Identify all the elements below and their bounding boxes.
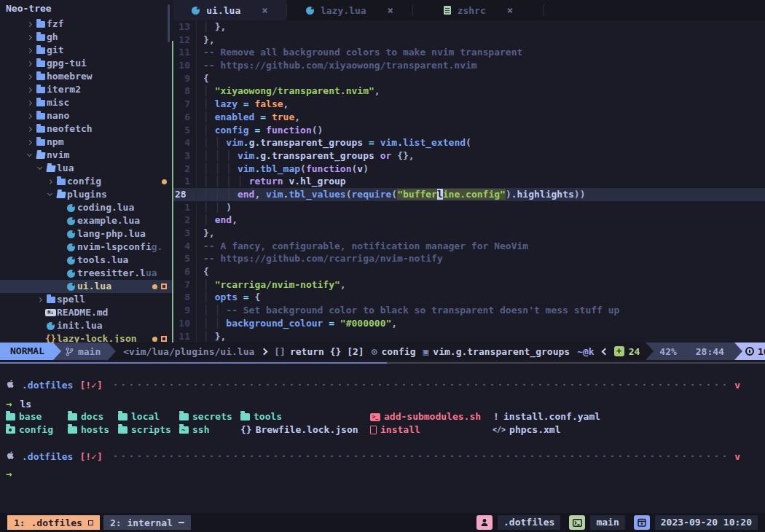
code-line[interactable]: 11│ }, [173, 330, 765, 343]
file-icon [370, 426, 377, 434]
neotree-scrollbar-thumb[interactable] [168, 4, 170, 42]
chevron-right-icon[interactable] [24, 49, 34, 52]
tree-item-neofetch[interactable]: neofetch [0, 122, 173, 136]
tab-close-icon[interactable]: × [262, 4, 267, 16]
tree-item-spell[interactable]: spell [0, 293, 173, 306]
tree-item-init-lua[interactable]: init.lua [0, 319, 173, 332]
code-line[interactable]: 9{ [173, 72, 765, 85]
tree-item-npm[interactable]: npm [0, 136, 173, 149]
chevron-right-icon[interactable] [24, 88, 34, 92]
code-line[interactable]: 13│ }, [173, 20, 765, 34]
code-text: │ end, [203, 214, 238, 227]
code-line[interactable]: 6│ enabled = true, [173, 111, 765, 124]
code-line[interactable]: 2│ end, [173, 214, 765, 227]
tree-item-misc[interactable]: misc [0, 96, 173, 109]
code-line[interactable]: 3│ │ │ vim.g.transparent_groups or {}, [173, 149, 765, 163]
folder-icon [55, 179, 67, 185]
tmux-status-label: main [590, 515, 624, 530]
code-line[interactable]: 10-- https://github.com/xiyaowong/transp… [173, 59, 765, 72]
line-number: 10 [173, 317, 197, 330]
chevron-right-icon[interactable] [34, 298, 44, 302]
tree-item-gh[interactable]: gh [0, 31, 173, 44]
tree-item-ui-lua[interactable]: ui.lua [0, 280, 173, 293]
shell-prompt: .dotfiles[!✓]v [6, 450, 740, 463]
chevron-right-icon[interactable] [24, 128, 34, 131]
code-line[interactable]: 3}, [173, 227, 765, 240]
code-line[interactable]: 4-- A fancy, configurable, notification … [173, 240, 765, 253]
tree-item-nano[interactable]: nano [0, 109, 173, 122]
code-line[interactable]: 7│ lazy = false, [173, 98, 765, 111]
tmux-window-2-internal[interactable]: 2: internal [103, 515, 191, 530]
tree-item-iterm2[interactable]: iterm2 [0, 83, 173, 96]
code-line[interactable]: 28│ │ │ end, vim.tbl_values(require("buf… [173, 188, 765, 201]
code-line[interactable]: 1│ │ │ │ return v.hl_group [173, 175, 765, 188]
tab-close-icon[interactable]: × [507, 4, 513, 16]
code-line[interactable]: 1│ │ ) [173, 201, 765, 214]
prompt-directory: .dotfiles [22, 451, 73, 462]
apple-icon [6, 378, 15, 391]
code-line[interactable]: 2│ │ │ vim.tbl_map(function(v) [173, 163, 765, 176]
tree-item-homebrew[interactable]: homebrew [0, 70, 173, 83]
chevron-right-icon[interactable] [24, 23, 34, 26]
tree-item-lazy-lock-json[interactable]: lazy-lock.json [0, 332, 173, 343]
chevron-right-icon[interactable] [24, 75, 34, 79]
code-line[interactable]: 5-- https://github.com/rcarriga/nvim-not… [173, 252, 765, 265]
ls-entry-label: scripts [131, 423, 171, 437]
code-line[interactable]: 8│ opts = { [173, 291, 765, 304]
tree-item-tools-lua[interactable]: tools.lua [0, 254, 173, 267]
code-editor-area[interactable]: 13│ },12},11-- Remove all background col… [173, 20, 765, 343]
chevron-right-icon[interactable] [44, 180, 55, 184]
code-line[interactable]: 8│ "xiyaowong/transparent.nvim", [173, 85, 765, 98]
chevron-right-icon[interactable] [24, 114, 34, 118]
tmux-window-1-dotfiles[interactable]: 1: .dotfiles [7, 515, 100, 530]
code-line[interactable]: 10│ │ background_colour = "#000000", [173, 317, 765, 330]
window-separator[interactable] [172, 41, 173, 343]
tree-item-example-lua[interactable]: example.lua [0, 214, 173, 227]
ls-entry-label: local [131, 410, 160, 423]
line-number: 28 [173, 188, 197, 201]
code-line[interactable]: 9│ │ -- Set background color to black so… [173, 304, 765, 317]
tree-item-label: nvim [47, 149, 69, 162]
tree-item-label: fzf [47, 17, 63, 31]
tree-item-gpg-tui[interactable]: gpg-tui [0, 57, 173, 70]
tree-item-coding-lua[interactable]: coding.lua [0, 201, 173, 214]
tab-lazy-lua[interactable]: lazy.lua× [287, 0, 412, 20]
code-line[interactable]: 6{ [173, 265, 765, 278]
tree-item-git[interactable]: git [0, 44, 173, 57]
calendar-icon [634, 515, 650, 530]
lua-icon [65, 204, 77, 212]
tree-item-fzf[interactable]: fzf [0, 17, 173, 31]
tab-zshrc[interactable]: zshrc× [413, 0, 544, 20]
folder-icon [68, 426, 77, 434]
line-number: 11 [173, 330, 197, 343]
code-line[interactable]: 11-- Remove all background colors to mak… [173, 46, 765, 59]
code-line[interactable]: 5│ config = function() [173, 124, 765, 137]
tab-close-icon[interactable]: × [388, 4, 393, 16]
chevron-right-icon[interactable] [24, 141, 34, 144]
chevron-down-icon[interactable] [44, 194, 55, 195]
code-line[interactable]: 7│ "rcarriga/nvim-notify", [173, 278, 765, 292]
tree-item-nvim[interactable]: nvim [0, 149, 173, 162]
powerline-separator [646, 343, 654, 360]
chevron-right-icon[interactable] [24, 101, 34, 105]
chevron-right-icon[interactable] [24, 36, 34, 39]
clock-segment: 10:20 [742, 343, 765, 360]
chevron-right-icon[interactable] [24, 62, 34, 66]
tree-item-lang-php-lua[interactable]: lang-php.lua [0, 227, 173, 240]
terminal-pane[interactable]: .dotfiles[!✓]v → ls basedocslocalsecrets… [0, 364, 765, 513]
tab-ui-lua[interactable]: ui.lua× [173, 0, 286, 20]
tree-item-treesitter-l[interactable]: treesitter.lua [0, 267, 173, 280]
tree-item-label: ui.lua [77, 280, 111, 293]
breadcrumbs: []return {} [2]⊙config▣vim.g.transparent… [274, 346, 577, 357]
code-text: { [203, 265, 209, 278]
tree-item-lua[interactable]: lua [0, 162, 173, 175]
tree-item-config[interactable]: config [0, 175, 173, 188]
tree-item-readme-md[interactable]: README.md [0, 306, 173, 319]
tree-item-plugins[interactable]: plugins [0, 188, 173, 201]
code-line[interactable]: 12}, [173, 34, 765, 47]
ls-entry-phpcs-xml: phpcs.xml [493, 423, 740, 437]
code-line[interactable]: 4│ │ vim.g.transparent_groups = vim.list… [173, 136, 765, 149]
chevron-down-icon[interactable] [34, 168, 44, 169]
chevron-down-icon[interactable] [24, 154, 34, 156]
tree-item-nvim-lspconfi[interactable]: nvim-lspconfig. [0, 240, 173, 254]
